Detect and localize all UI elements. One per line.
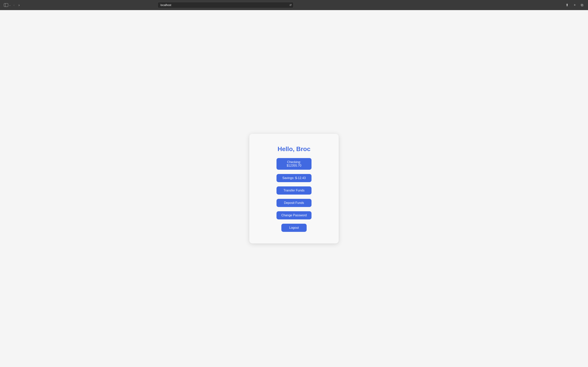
browser-chrome: ⌄ ‹ › localhost ↺ ⬆ + ⧉ [0, 0, 588, 10]
page-content: Hello, Broc Checking: $12355.70 Savings:… [0, 10, 588, 367]
checking-balance-button[interactable]: Checking: $12355.70 [277, 158, 311, 170]
sidebar-icon [4, 3, 8, 7]
logout-button[interactable]: Logout [281, 224, 307, 232]
tabs-button[interactable]: ⧉ [580, 2, 584, 8]
deposit-funds-button[interactable]: Deposit Funds [277, 199, 311, 207]
url-text: localhost [160, 3, 171, 7]
change-password-button[interactable]: Change Password [277, 211, 311, 219]
reload-button[interactable]: ↺ [289, 3, 292, 7]
browser-controls-left: ⌄ ‹ › [4, 2, 21, 8]
chevron-down-icon: ⌄ [9, 4, 11, 6]
transfer-funds-button[interactable]: Transfer Funds [277, 186, 311, 195]
back-button[interactable]: ‹ [12, 2, 16, 8]
share-button[interactable]: ⬆ [565, 2, 569, 8]
new-tab-button[interactable]: + [573, 2, 577, 8]
sidebar-toggle-button[interactable]: ⌄ [4, 3, 11, 7]
account-card: Hello, Broc Checking: $12355.70 Savings:… [249, 134, 339, 243]
savings-balance-button[interactable]: Savings: $-12.43 [277, 174, 311, 182]
forward-button[interactable]: › [17, 2, 21, 8]
address-bar[interactable]: localhost [157, 2, 294, 8]
greeting-heading: Hello, Broc [278, 145, 311, 153]
browser-controls-right: ⬆ + ⧉ [565, 2, 584, 8]
address-bar-container: localhost ↺ [157, 2, 294, 8]
